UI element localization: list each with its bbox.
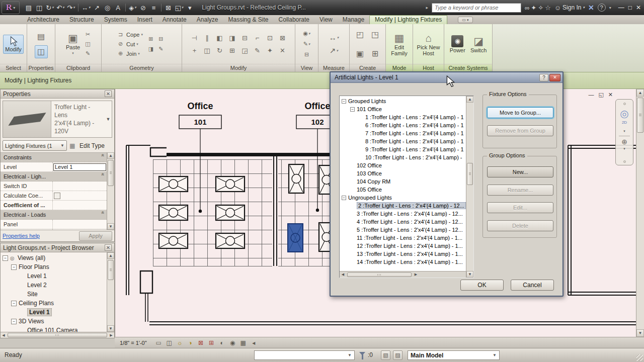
view-close-icon[interactable]: ✕ bbox=[608, 92, 613, 98]
tree-expander-icon[interactable]: − bbox=[342, 99, 346, 104]
panel-label[interactable]: Create bbox=[350, 64, 385, 72]
zoom-icon[interactable]: ⊕ bbox=[621, 138, 627, 146]
search-input[interactable]: Type a keyword or phrase bbox=[432, 3, 521, 13]
sync-icon[interactable]: ↻▾ bbox=[45, 2, 55, 13]
exchange-apps-icon[interactable]: ✕ bbox=[588, 4, 594, 12]
vcb-more-icon[interactable]: ◂ bbox=[249, 338, 259, 347]
ribbon-tab[interactable]: Systems bbox=[99, 16, 132, 24]
scale-icon[interactable]: ◲ bbox=[239, 45, 251, 55]
collapse-chevron-icon[interactable]: « bbox=[100, 173, 106, 180]
restore-button[interactable]: □ bbox=[628, 4, 632, 11]
customize-qat-icon[interactable]: ▾ bbox=[185, 2, 195, 13]
remove-from-group-button[interactable]: Remove from Group bbox=[487, 125, 553, 136]
paint-icon[interactable]: ✎ bbox=[156, 45, 165, 53]
property-row[interactable]: Constraints « bbox=[1, 153, 107, 162]
dialog-node-ungrouped-lights[interactable]: − Ungrouped Lights bbox=[340, 194, 466, 202]
cut-geometry-icon[interactable]: ⊘ Cut ▾ bbox=[116, 40, 143, 48]
text-icon[interactable]: A bbox=[113, 2, 123, 13]
zoom-options-icon[interactable]: ▾ bbox=[623, 147, 625, 151]
scroll-left-icon[interactable]: ◀ bbox=[1, 333, 7, 337]
scroll-down-icon[interactable]: ▼ bbox=[107, 223, 114, 230]
panel-label[interactable]: View bbox=[295, 64, 318, 72]
scroll-left-icon[interactable]: ◀ bbox=[340, 273, 346, 277]
modify-tool-button[interactable]: Modify bbox=[3, 35, 23, 54]
selected-light-fixture[interactable] bbox=[288, 224, 303, 252]
favorites-icon[interactable]: ☆ bbox=[545, 4, 551, 12]
property-row[interactable]: Electrical - Ligh... « bbox=[1, 172, 107, 182]
tree-node[interactable]: 13 :Troffer Light - Lens : 2'x4'(4 Lamp)… bbox=[340, 250, 466, 258]
sun-path-icon[interactable]: ☼ bbox=[175, 338, 185, 347]
scrollbar-thumb[interactable] bbox=[108, 160, 114, 186]
thin-lines-icon[interactable]: ≡ bbox=[149, 2, 159, 13]
aligned-dimension-icon[interactable]: ↗ bbox=[92, 2, 102, 13]
measure-icon[interactable]: ↔▾ bbox=[80, 2, 92, 13]
legend-component-icon[interactable]: ◰ bbox=[354, 28, 367, 40]
help-icon[interactable]: ? bbox=[598, 4, 606, 12]
new-group-button[interactable]: New... bbox=[487, 166, 553, 177]
qat-separator[interactable] bbox=[78, 4, 78, 12]
close-button[interactable]: ✕ bbox=[636, 4, 641, 11]
help-caret-icon[interactable]: ▾ bbox=[609, 6, 611, 10]
dialog-close-icon[interactable]: ✕ bbox=[549, 74, 560, 81]
default-3d-view-icon[interactable]: ◈▾ bbox=[128, 2, 138, 13]
join-icon[interactable]: ⊕ Join ▾ bbox=[116, 49, 143, 58]
mirror-line-icon[interactable]: ◨ bbox=[226, 33, 238, 43]
scroll-down-icon[interactable]: ▼ bbox=[107, 325, 114, 332]
tree-node[interactable]: 6 :Troffer Light - Lens : 2'x4'(4 Lamp) … bbox=[340, 121, 466, 129]
ok-button[interactable]: OK bbox=[460, 280, 504, 291]
hide-elements-icon[interactable]: ⊟ bbox=[302, 50, 311, 59]
match-type-icon[interactable]: ✎ bbox=[84, 49, 92, 58]
tree-node[interactable]: 8 :Troffer Light - Lens : 2'x4'(4 Lamp) … bbox=[340, 137, 466, 145]
tree-node[interactable]: 3 :Troffer Light - Lens : 2'x4'(4 Lamp) … bbox=[340, 210, 466, 218]
scrollbar-thumb[interactable] bbox=[637, 98, 643, 133]
scroll-up-icon[interactable]: ▲ bbox=[466, 96, 473, 103]
tree-node[interactable]: 2 :Troffer Light - Lens : 2'x4'(4 Lamp) … bbox=[340, 202, 466, 210]
tag-by-category-icon[interactable]: ◎ bbox=[103, 2, 113, 13]
ribbon-tab[interactable]: Massing & Site bbox=[223, 16, 274, 24]
dialog-node-102-office[interactable]: 102 Office bbox=[340, 161, 466, 169]
tree-scrollbar[interactable]: ▲ ▼ bbox=[466, 96, 473, 278]
edit-type-button[interactable]: ▦ Edit Type bbox=[69, 142, 105, 149]
panel-label[interactable]: Modify bbox=[182, 64, 295, 72]
dialog-node-103-office[interactable]: 103 Office bbox=[340, 169, 466, 177]
steering-wheel-icon[interactable]: ◎2D bbox=[620, 108, 628, 128]
copy-icon[interactable]: ◫ bbox=[84, 40, 92, 48]
sign-in-button[interactable]: ☺ Sign In ▾ bbox=[554, 4, 585, 12]
ribbon-tab[interactable]: Collaborate bbox=[274, 16, 314, 24]
panel-label[interactable]: Geometry bbox=[102, 64, 182, 72]
qat-separator[interactable] bbox=[125, 4, 126, 12]
browser-scrollbar[interactable]: ▲ ▼ bbox=[107, 252, 114, 332]
pin-icon[interactable]: ⊡ bbox=[264, 33, 276, 43]
ribbon-tab[interactable]: Architecture bbox=[22, 16, 64, 24]
properties-palette-header[interactable]: Properties ✕ bbox=[1, 89, 114, 99]
redo-icon[interactable]: ↷▾ bbox=[66, 2, 76, 13]
dialog-help-icon[interactable]: ? bbox=[539, 74, 548, 81]
tree-node[interactable]: 14 :Troffer Light - Lens : 2'x4'(4 Lamp)… bbox=[340, 258, 466, 266]
section-icon[interactable]: ⊘ bbox=[138, 2, 148, 13]
view-scale-button[interactable]: 1/8" = 1'-0" bbox=[120, 340, 147, 346]
reveal-hidden-elements-icon[interactable]: ◉ bbox=[228, 338, 237, 347]
browser-node-ceiling-level-1[interactable]: Level 1 bbox=[1, 308, 107, 317]
move-icon[interactable]: + bbox=[189, 45, 200, 55]
properties-scrollbar[interactable]: ▲ ▼ bbox=[107, 152, 114, 230]
scroll-up-icon[interactable]: ▲ bbox=[636, 89, 644, 97]
subscription-center-icon[interactable]: ✦ bbox=[531, 4, 536, 12]
crop-view-icon[interactable]: ⊠ bbox=[196, 338, 206, 347]
property-row[interactable]: Electrical - Loads « bbox=[1, 210, 107, 220]
array-icon[interactable]: ⊞ bbox=[226, 45, 238, 55]
cut-icon[interactable]: ✂ bbox=[84, 30, 92, 39]
tree-node[interactable]: 4 :Troffer Light - Lens : 2'x4'(4 Lamp) … bbox=[340, 218, 466, 226]
scroll-right-icon[interactable]: ▶ bbox=[413, 273, 419, 277]
scroll-down-icon[interactable]: ▼ bbox=[636, 329, 644, 337]
browser-node-office-101-camera[interactable]: Office 101 Camera bbox=[1, 326, 107, 332]
panel-label[interactable]: Clipboard bbox=[55, 64, 101, 72]
wheel-options-icon[interactable]: ▾ bbox=[623, 129, 625, 133]
visibility-graphics-icon[interactable]: ◉▾ bbox=[302, 29, 311, 38]
tree-node[interactable]: 11 :Troffer Light - Lens : 2'x4'(4 Lamp)… bbox=[340, 234, 466, 242]
create-group-icon[interactable]: ⊞ bbox=[369, 48, 382, 60]
browser-node-ceiling-plans[interactable]: − Ceiling Plans bbox=[1, 299, 107, 308]
filter-icon[interactable] bbox=[359, 352, 365, 355]
delete-icon[interactable]: ✕ bbox=[277, 45, 288, 55]
rotate-icon[interactable]: ↻ bbox=[214, 45, 225, 55]
beam-joins-icon[interactable]: ⊟ bbox=[156, 35, 165, 43]
